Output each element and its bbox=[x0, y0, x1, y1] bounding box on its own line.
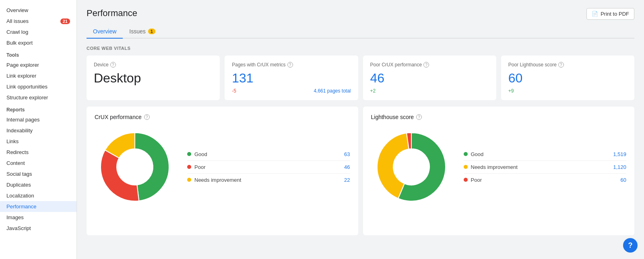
lighthouse-chart-card: Lighthouse score ? Good 1,519 Need bbox=[363, 107, 635, 235]
crux-poor-dot bbox=[187, 165, 191, 169]
tools-section-label: Tools bbox=[0, 48, 76, 60]
device-value: Desktop bbox=[94, 71, 213, 86]
poor-crux-card: Poor CrUX performance ? 46 +2 bbox=[363, 56, 496, 100]
sidebar-item-all-issues[interactable]: All issues 21 bbox=[0, 16, 76, 27]
charts-row: CrUX performance ? Good 63 Poor bbox=[87, 107, 634, 235]
lighthouse-ni-dot bbox=[464, 165, 468, 169]
sidebar-item-redirects[interactable]: Redirects bbox=[0, 147, 76, 158]
poor-lighthouse-info-icon[interactable]: ? bbox=[558, 62, 564, 68]
crux-legend: Good 63 Poor 46 Needs improvement 22 bbox=[187, 148, 350, 186]
crux-metrics-delta: -5 bbox=[232, 88, 236, 94]
lighthouse-legend: Good 1,519 Needs improvement 1,120 Poor … bbox=[464, 148, 627, 186]
crux-donut bbox=[95, 127, 175, 207]
sidebar: Overview All issues 21 Crawl log Bulk ex… bbox=[0, 0, 77, 259]
poor-crux-label: Poor CrUX performance ? bbox=[370, 62, 489, 68]
lighthouse-chart-info-icon[interactable]: ? bbox=[416, 114, 422, 120]
crux-metrics-card: Pages with CrUX metrics ? 131 -5 4,661 p… bbox=[225, 56, 358, 100]
device-info-icon[interactable]: ? bbox=[110, 62, 116, 68]
poor-crux-value: 46 bbox=[370, 71, 489, 86]
lighthouse-donut-hole bbox=[397, 153, 425, 181]
poor-lighthouse-card: Poor Lighthouse score ? 60 +9 bbox=[501, 56, 634, 100]
metric-cards-row: Device ? Desktop Pages with CrUX metrics… bbox=[87, 56, 634, 100]
all-issues-badge: 21 bbox=[60, 18, 70, 24]
sidebar-item-content[interactable]: Content bbox=[0, 158, 76, 169]
sidebar-item-page-explorer[interactable]: Page explorer bbox=[0, 60, 76, 70]
crux-metrics-label: Pages with CrUX metrics ? bbox=[232, 62, 351, 68]
crux-good-dot bbox=[187, 152, 191, 156]
crux-legend-ni: Needs improvement 22 bbox=[187, 174, 350, 186]
device-card: Device ? Desktop bbox=[87, 56, 220, 100]
crux-metrics-total[interactable]: 4,661 pages total bbox=[314, 88, 351, 94]
device-label: Device ? bbox=[94, 62, 213, 68]
crux-chart-body: Good 63 Poor 46 Needs improvement 22 bbox=[95, 127, 350, 207]
tabs-bar: Overview Issues 1 bbox=[87, 25, 634, 39]
sidebar-item-duplicates[interactable]: Duplicates bbox=[0, 179, 76, 190]
tab-issues[interactable]: Issues 1 bbox=[123, 25, 162, 39]
poor-lighthouse-label: Poor Lighthouse score ? bbox=[508, 62, 627, 68]
crux-chart-title: CrUX performance ? bbox=[95, 114, 350, 120]
sidebar-item-crawl-log[interactable]: Crawl log bbox=[0, 27, 76, 37]
crux-donut-hole bbox=[121, 153, 149, 181]
crux-metrics-info-icon[interactable]: ? bbox=[287, 62, 293, 68]
sidebar-item-performance[interactable]: Performance bbox=[0, 201, 76, 212]
sidebar-item-indexability[interactable]: Indexability bbox=[0, 125, 76, 136]
lighthouse-legend-good: Good 1,519 bbox=[464, 148, 627, 161]
lighthouse-poor-dot bbox=[464, 178, 468, 182]
crux-metrics-value: 131 bbox=[232, 71, 351, 86]
sidebar-item-internal-pages[interactable]: Internal pages bbox=[0, 114, 76, 125]
sidebar-item-overview[interactable]: Overview bbox=[0, 5, 76, 16]
lighthouse-legend-poor: Poor 60 bbox=[464, 174, 627, 186]
print-icon: 📄 bbox=[592, 11, 598, 17]
crux-ni-dot bbox=[187, 178, 191, 182]
lighthouse-donut bbox=[371, 127, 452, 207]
issues-tab-badge: 1 bbox=[148, 29, 155, 34]
sidebar-item-localization[interactable]: Localization bbox=[0, 190, 76, 201]
poor-crux-info-icon[interactable]: ? bbox=[423, 62, 429, 68]
reports-section-label: Reports bbox=[0, 103, 76, 114]
sidebar-item-structure-explorer[interactable]: Structure explorer bbox=[0, 92, 76, 103]
sidebar-item-social-tags[interactable]: Social tags bbox=[0, 169, 76, 179]
lighthouse-legend-ni: Needs improvement 1,120 bbox=[464, 161, 627, 174]
sidebar-item-link-explorer[interactable]: Link explorer bbox=[0, 70, 76, 81]
sidebar-item-bulk-export[interactable]: Bulk export bbox=[0, 37, 76, 48]
poor-lighthouse-value: 60 bbox=[508, 71, 627, 86]
lighthouse-chart-body: Good 1,519 Needs improvement 1,120 Poor … bbox=[371, 127, 627, 207]
page-title: Performance bbox=[87, 8, 137, 18]
sidebar-item-images[interactable]: Images bbox=[0, 212, 76, 223]
crux-legend-poor: Poor 46 bbox=[187, 161, 350, 174]
sidebar-item-links[interactable]: Links bbox=[0, 136, 76, 147]
poor-crux-delta: +2 bbox=[370, 88, 376, 94]
lighthouse-good-dot bbox=[464, 152, 468, 156]
core-web-vitals-label: CORE WEB VITALS bbox=[87, 46, 634, 51]
crux-legend-good: Good 63 bbox=[187, 148, 350, 161]
tab-overview[interactable]: Overview bbox=[87, 25, 123, 39]
print-button[interactable]: 📄 Print to PDF bbox=[586, 8, 634, 20]
sidebar-item-link-opportunities[interactable]: Link opportunities bbox=[0, 81, 76, 92]
main-content: Performance 📄 Print to PDF Overview Issu… bbox=[77, 0, 644, 259]
sidebar-item-javascript[interactable]: JavaScript bbox=[0, 223, 76, 234]
lighthouse-chart-title: Lighthouse score ? bbox=[371, 114, 627, 120]
crux-chart-card: CrUX performance ? Good 63 Poor bbox=[87, 107, 358, 235]
poor-lighthouse-delta: +9 bbox=[508, 88, 514, 94]
help-button[interactable]: ? bbox=[623, 238, 638, 253]
crux-chart-info-icon[interactable]: ? bbox=[144, 114, 150, 120]
